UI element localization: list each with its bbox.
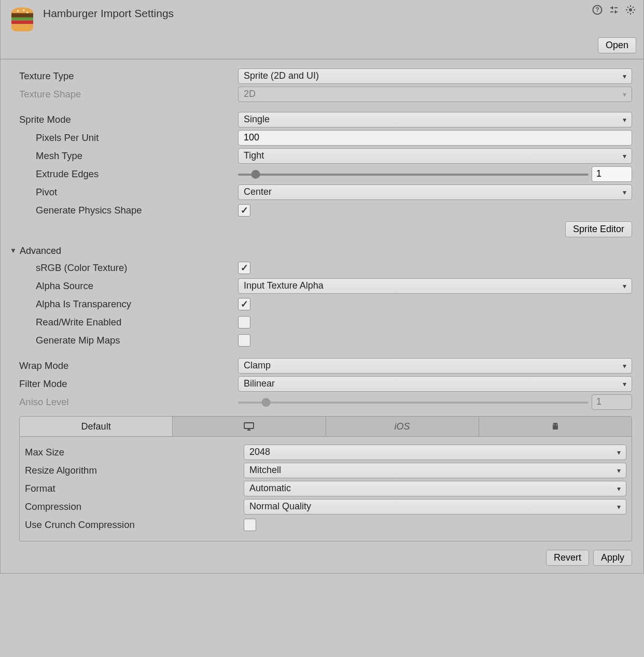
row-pivot: Pivot Center <box>19 183 632 201</box>
input-aniso-value <box>592 394 632 410</box>
row-compression: Compression Normal Quality <box>25 497 626 516</box>
sprite-editor-button[interactable]: Sprite Editor <box>565 221 632 237</box>
checkbox-srgb[interactable]: ✓ <box>238 262 250 274</box>
label-gen-physics: Generate Physics Shape <box>36 205 238 216</box>
label-texture-type: Texture Type <box>19 70 238 82</box>
svg-point-15 <box>629 8 632 11</box>
svg-rect-11 <box>610 11 613 12</box>
checkbox-gen-physics[interactable]: ✓ <box>238 204 250 217</box>
select-texture-shape: 2D <box>238 87 632 102</box>
row-sprite-mode: Sprite Mode Single <box>19 110 632 128</box>
label-crunch: Use Crunch Compression <box>25 519 244 531</box>
label-compression: Compression <box>25 501 244 512</box>
help-icon[interactable]: ? <box>592 4 603 16</box>
label-srgb: sRGB (Color Texture) <box>36 262 238 274</box>
select-max-size[interactable]: 2048 <box>244 445 626 460</box>
label-max-size: Max Size <box>25 447 244 458</box>
slider-aniso <box>238 397 589 407</box>
select-mesh-type[interactable]: Tight <box>238 148 632 164</box>
input-extrude-value[interactable] <box>592 166 632 182</box>
checkbox-crunch[interactable] <box>244 519 256 531</box>
label-extrude: Extrude Edges <box>36 168 238 180</box>
label-sprite-mode: Sprite Mode <box>19 114 238 125</box>
row-alpha-transparency: Alpha Is Transparency ✓ <box>19 295 632 313</box>
android-icon <box>550 421 561 432</box>
row-extrude-edges: Extrude Edges <box>19 165 632 183</box>
row-wrap-mode: Wrap Mode Clamp <box>19 356 632 375</box>
row-srgb: sRGB (Color Texture) ✓ <box>19 259 632 277</box>
label-pivot: Pivot <box>36 187 238 198</box>
select-sprite-mode[interactable]: Single <box>238 112 632 127</box>
row-max-size: Max Size 2048 <box>25 443 626 461</box>
svg-rect-14 <box>615 10 616 13</box>
select-resize-algo[interactable]: Mitchell <box>244 463 626 478</box>
header-icons: ? <box>592 4 636 16</box>
select-wrap[interactable]: Clamp <box>238 358 632 374</box>
checkbox-mipmaps[interactable] <box>238 334 250 347</box>
panel-title: Hamburger Import Settings <box>43 5 174 20</box>
row-crunch: Use Crunch Compression <box>25 516 626 534</box>
label-read-write: Read/Write Enabled <box>36 317 238 328</box>
svg-point-4 <box>17 10 19 12</box>
svg-rect-1 <box>11 13 33 17</box>
svg-point-5 <box>23 9 24 11</box>
tab-standalone[interactable] <box>173 417 326 436</box>
select-pivot[interactable]: Center <box>238 184 632 200</box>
select-format[interactable]: Automatic <box>244 481 626 496</box>
settings-icon[interactable] <box>625 4 636 16</box>
checkbox-alpha-trans[interactable]: ✓ <box>238 298 250 310</box>
apply-button[interactable]: Apply <box>593 550 632 566</box>
row-texture-shape: Texture Shape 2D <box>19 85 632 103</box>
slider-extrude[interactable] <box>238 169 589 179</box>
label-aniso: Aniso Level <box>19 396 238 408</box>
svg-line-30 <box>556 423 557 424</box>
presets-icon[interactable] <box>608 4 620 16</box>
platform-tabs: Default iOS <box>19 416 632 437</box>
row-aniso: Aniso Level <box>19 393 632 411</box>
row-pixels-per-unit: Pixels Per Unit <box>19 128 632 147</box>
row-read-write: Read/Write Enabled <box>19 313 632 331</box>
row-texture-type: Texture Type Sprite (2D and UI) <box>19 67 632 85</box>
select-alpha-source[interactable]: Input Texture Alpha <box>238 278 632 294</box>
svg-point-6 <box>26 11 28 13</box>
content: Texture Type Sprite (2D and UI) Texture … <box>1 60 643 573</box>
label-mipmaps: Generate Mip Maps <box>36 335 238 346</box>
foldout-triangle-icon: ▼ <box>10 247 17 254</box>
ios-icon: iOS <box>395 421 410 432</box>
label-filter: Filter Mode <box>19 378 238 390</box>
tab-default[interactable]: Default <box>20 417 173 436</box>
svg-rect-10 <box>614 7 618 8</box>
label-wrap: Wrap Mode <box>19 360 238 372</box>
svg-point-27 <box>553 424 554 425</box>
svg-line-21 <box>633 12 634 13</box>
open-row: Open <box>1 37 643 59</box>
select-filter[interactable]: Bilinear <box>238 376 632 392</box>
open-button[interactable]: Open <box>598 37 636 53</box>
tab-ios[interactable]: iOS <box>326 417 479 436</box>
revert-button[interactable]: Revert <box>546 550 589 566</box>
svg-line-23 <box>633 7 634 8</box>
row-format: Format Automatic <box>25 479 626 497</box>
select-texture-type[interactable]: Sprite (2D and UI) <box>238 68 632 84</box>
input-ppu[interactable] <box>238 130 632 146</box>
svg-rect-2 <box>11 18 33 21</box>
foldout-advanced[interactable]: ▼ Advanced <box>10 246 632 256</box>
label-format: Format <box>25 483 244 494</box>
row-gen-physics: Generate Physics Shape ✓ <box>19 201 632 219</box>
select-compression[interactable]: Normal Quality <box>244 499 626 515</box>
asset-preview-icon <box>8 5 37 34</box>
svg-rect-3 <box>11 20 33 24</box>
row-filter-mode: Filter Mode Bilinear <box>19 375 632 393</box>
svg-text:?: ? <box>595 6 599 13</box>
label-alpha-trans: Alpha Is Transparency <box>36 298 238 310</box>
svg-line-29 <box>553 423 554 424</box>
checkbox-read-write[interactable] <box>238 316 250 328</box>
footer: Revert Apply <box>19 541 632 566</box>
svg-rect-13 <box>612 6 613 9</box>
tab-android[interactable] <box>479 417 632 436</box>
label-ppu: Pixels Per Unit <box>36 132 238 144</box>
label-texture-shape: Texture Shape <box>19 89 238 100</box>
monitor-icon <box>243 422 255 431</box>
svg-line-22 <box>627 12 628 13</box>
platform-body: Max Size 2048 Resize Algorithm Mitchell … <box>19 437 632 541</box>
